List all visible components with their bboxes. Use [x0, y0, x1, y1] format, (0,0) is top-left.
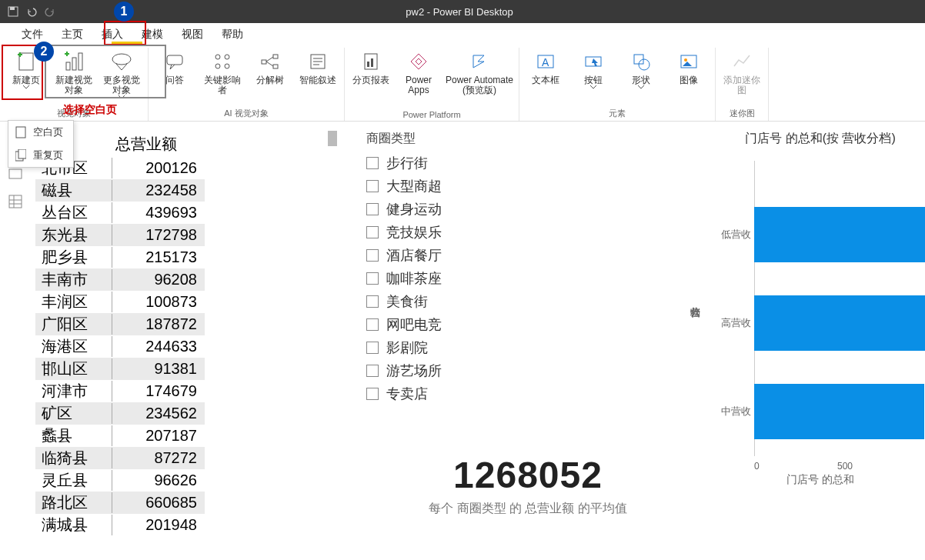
tab-home[interactable]: 主页 [52, 25, 92, 45]
slicer-item[interactable]: 影剧院 [366, 336, 536, 359]
power-automate-button[interactable]: Power Automate (预览版) [445, 48, 514, 95]
slicer-item[interactable]: 网吧电竞 [366, 313, 536, 336]
table-row[interactable]: 丰南市96208 [35, 268, 205, 291]
dropdown-duplicate-page[interactable]: 重复页 [8, 144, 73, 167]
slicer-item[interactable]: 步行街 [366, 152, 536, 175]
dropdown-blank-page[interactable]: 空白页 [8, 121, 73, 144]
button-button[interactable]: 按钮 [572, 48, 615, 89]
table-cell-value: 439693 [112, 204, 205, 222]
paginated-report-button[interactable]: 分页报表 [349, 48, 392, 85]
smart-narrative-label: 智能叙述 [299, 75, 336, 85]
checkbox-icon[interactable] [366, 272, 379, 285]
button-label: 按钮 [584, 75, 603, 85]
table-row[interactable]: 丰润区100873 [35, 291, 205, 313]
slicer-item[interactable]: 大型商超 [366, 175, 536, 198]
redo-icon[interactable] [45, 6, 55, 17]
checkbox-icon[interactable] [366, 295, 379, 308]
table-row[interactable]: 灵丘县96626 [35, 469, 205, 492]
menu-tabs: 文件 主页 插入 建模 视图 帮助 [0, 23, 925, 45]
svg-rect-18 [371, 58, 373, 67]
table-row[interactable]: 路北区660685 [35, 492, 205, 514]
checkbox-icon[interactable] [366, 365, 379, 377]
table-visual[interactable]: 名称 总营业额 北市区200126磁县232458丛台区439693东光县172… [35, 131, 336, 560]
textbox-icon: A [533, 49, 558, 74]
table-row[interactable]: 邯山区91381 [35, 358, 205, 380]
slicer-item-label: 影剧院 [386, 338, 428, 357]
table-row[interactable]: 磁县232458 [35, 179, 205, 202]
scroll-indicator [328, 131, 337, 146]
table-cell-value: 187872 [112, 315, 205, 333]
power-apps-button[interactable]: Power Apps [397, 48, 440, 95]
textbox-button[interactable]: A 文本框 [524, 48, 567, 85]
tab-help[interactable]: 帮助 [212, 25, 252, 45]
new-page-dropdown: 空白页 重复页 [8, 120, 74, 168]
table-row[interactable]: 东光县172798 [35, 224, 205, 246]
slicer-item[interactable]: 酒店餐厅 [366, 244, 536, 267]
checkbox-icon[interactable] [366, 342, 379, 354]
group-label-sparkline: 迷你图 [730, 108, 755, 121]
slicer-item[interactable]: 咖啡茶座 [366, 267, 536, 290]
undo-icon[interactable] [26, 6, 37, 17]
svg-point-11 [225, 64, 229, 68]
table-row[interactable]: 蠡县207187 [35, 425, 205, 447]
table-cell-name: 东光县 [35, 225, 112, 245]
table-cell-value: 172798 [112, 226, 205, 244]
key-influencers-button[interactable]: 关键影响者 [201, 48, 244, 95]
annotation-marker-1: 1 [114, 2, 134, 22]
checkbox-icon[interactable] [366, 203, 379, 215]
smart-narrative-button[interactable]: 智能叙述 [296, 48, 339, 85]
slicer-item[interactable]: 游艺场所 [366, 359, 536, 382]
sparkline-label: 添加迷你图 [720, 75, 763, 95]
checkbox-icon[interactable] [366, 249, 379, 262]
checkbox-icon[interactable] [366, 180, 379, 192]
checkbox-icon[interactable] [366, 388, 379, 400]
chart-bar-rect [754, 207, 925, 262]
table-row[interactable]: 海港区244633 [35, 335, 205, 358]
table-cell-name: 丰润区 [35, 292, 112, 312]
table-cell-value: 96208 [112, 271, 205, 288]
table-cell-name: 肥乡县 [35, 247, 112, 268]
table-cell-value: 174679 [112, 382, 205, 400]
qa-button[interactable]: 问答 [153, 48, 196, 85]
save-icon[interactable] [8, 6, 18, 17]
table-cell-value: 96626 [112, 472, 205, 489]
shape-button[interactable]: 形状 [619, 48, 663, 89]
chart-x-tick: 0 [754, 461, 760, 472]
slicer-item[interactable]: 竞技娱乐 [366, 221, 536, 244]
report-view-icon[interactable] [8, 166, 23, 182]
slicer-item[interactable]: 美食街 [366, 290, 536, 313]
new-visual-button[interactable]: 新建视觉对象 [52, 48, 95, 95]
chart-x-axis-label: 门店号 的总和 [690, 473, 925, 487]
table-cell-name: 邯山区 [35, 358, 112, 379]
checkbox-icon[interactable] [366, 157, 379, 169]
table-row[interactable]: 丛台区439693 [35, 202, 205, 224]
decomposition-button[interactable]: 分解树 [249, 48, 292, 85]
checkbox-icon[interactable] [366, 226, 379, 238]
image-button[interactable]: 图像 [667, 48, 710, 85]
tab-view[interactable]: 视图 [172, 25, 212, 45]
paginated-icon [359, 49, 383, 74]
chart-bar-rect [754, 384, 924, 439]
table-cell-value: 244633 [112, 338, 205, 355]
annotation-marker-2: 2 [34, 42, 54, 62]
card-visual[interactable]: 1268052 每个 商圈类型 的 总营业额 的平均值 [397, 454, 659, 517]
checkbox-icon[interactable] [366, 318, 379, 331]
svg-rect-3 [66, 62, 70, 70]
more-visuals-button[interactable]: 更多视觉对象 [100, 48, 143, 99]
table-row[interactable]: 矿区234562 [35, 402, 205, 425]
slicer-visual[interactable]: 商圈类型 步行街大型商超健身运动竞技娱乐酒店餐厅咖啡茶座美食街网吧电竞影剧院游艺… [359, 131, 536, 405]
table-row[interactable]: 广阳区187872 [35, 313, 205, 335]
table-row[interactable]: 肥乡县215173 [35, 246, 205, 268]
chart-category-label: 高营收 [711, 316, 754, 330]
table-row[interactable]: 河津市174679 [35, 380, 205, 402]
data-view-icon[interactable] [8, 194, 23, 209]
table-row[interactable]: 满城县201948 [35, 514, 205, 536]
slicer-item[interactable]: 健身运动 [366, 198, 536, 221]
slicer-item-label: 网吧电竞 [386, 315, 442, 334]
slicer-item[interactable]: 专卖店 [366, 382, 536, 405]
bar-chart-visual[interactable]: 门店号 的总和(按 营收分档) 营收分档 低营收高营收中营收 05001000 … [690, 131, 925, 515]
new-visual-icon [62, 49, 86, 74]
svg-point-9 [225, 55, 229, 59]
table-row[interactable]: 临猗县87272 [35, 447, 205, 469]
chart-category-label: 中营收 [711, 405, 754, 418]
